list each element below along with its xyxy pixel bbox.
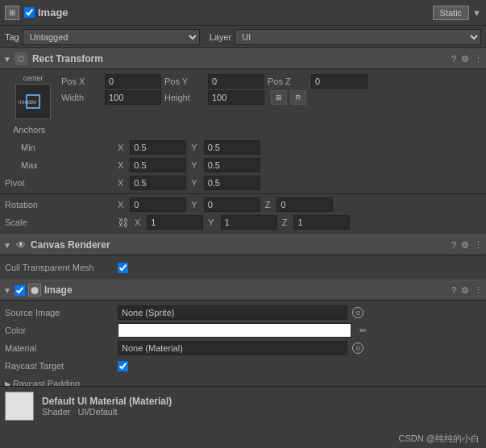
anchor-min-y-input[interactable] — [204, 140, 260, 155]
rotation-x-input[interactable] — [130, 197, 186, 212]
rotation-fields: X Y Z — [118, 197, 333, 212]
layer-dropdown[interactable]: UI — [235, 29, 481, 45]
anchor-max-x-input[interactable] — [130, 158, 186, 172]
source-image-target[interactable]: ⊙ — [352, 307, 363, 318]
watermark: CSDN @纯纯的小白 — [399, 433, 480, 445]
height-label: Height — [164, 93, 205, 102]
scale-row: Scale ⛓ X Y Z — [0, 214, 486, 231]
pivot-label: Pivot — [5, 178, 118, 188]
pos-y-input[interactable] — [208, 74, 264, 89]
material-info: Default UI Material (Material) Shader UI… — [42, 396, 481, 417]
tag-layer-row: Tag Untagged Layer UI — [0, 26, 486, 48]
rect-transform-more[interactable]: ⋮ — [474, 54, 483, 64]
anchor-min-x-label: X — [118, 143, 123, 152]
pivot-y-label: Y — [191, 178, 197, 188]
material-target[interactable]: ⊙ — [352, 342, 363, 354]
rotation-x-label: X — [118, 200, 123, 209]
pivot-x-label: X — [118, 178, 123, 188]
anchor-max-y-input[interactable] — [204, 158, 260, 172]
source-image-row: Source Image ⊙ — [0, 304, 486, 321]
pos-y-label: Pos Y — [164, 77, 205, 86]
color-swatch[interactable] — [118, 323, 351, 338]
raycast-target-row: Raycast Target — [0, 357, 486, 375]
scale-y-input[interactable] — [221, 215, 277, 230]
pos-x-input[interactable] — [105, 74, 161, 89]
scale-x-label: X — [135, 218, 140, 227]
image-title: Image — [44, 284, 451, 296]
anchor-min-x-input[interactable] — [130, 140, 186, 155]
height-input[interactable] — [208, 90, 264, 105]
static-button[interactable]: Static — [433, 6, 470, 20]
cull-checkbox[interactable] — [118, 263, 128, 273]
image-settings[interactable]: ⚙ — [461, 285, 469, 296]
material-shader-row: Shader UI/Default — [42, 407, 481, 417]
pos-z-input[interactable] — [311, 74, 368, 89]
color-edit-icon[interactable]: ✏ — [359, 326, 367, 336]
rotation-z-label: Z — [265, 200, 271, 209]
rotation-z-input[interactable] — [276, 197, 333, 212]
raycast-target-label: Raycast Target — [5, 361, 118, 371]
anchors-row: Anchors — [0, 121, 486, 139]
header-bar: ⊞ Image Static ▼ — [0, 0, 486, 26]
material-fields: ⊙ — [118, 341, 363, 355]
image-arrow: ▼ — [3, 286, 11, 295]
rect-transform-title: Rect Transform — [32, 53, 451, 64]
scale-label: Scale — [5, 218, 118, 227]
anchor-min-row: Min X Y — [0, 139, 486, 156]
canvas-renderer-body: Cull Transparent Mesh — [0, 255, 486, 280]
middle-label: middle — [18, 98, 37, 106]
width-input[interactable] — [105, 90, 161, 105]
color-row: Color ✏ — [0, 321, 486, 339]
anchor-visual-container: center middle — [5, 74, 61, 119]
material-input[interactable] — [118, 341, 347, 355]
cull-row: Cull Transparent Mesh — [0, 259, 486, 276]
rect-transform-icon: ⬡ — [15, 52, 27, 65]
anchor-center-label: center — [23, 74, 43, 82]
rotation-label: Rotation — [5, 200, 118, 209]
canvas-renderer-settings[interactable]: ⚙ — [461, 240, 469, 251]
rotation-y-input[interactable] — [204, 197, 260, 212]
canvas-renderer-more[interactable]: ⋮ — [474, 240, 483, 251]
raycast-target-checkbox[interactable] — [118, 361, 128, 371]
shader-label: Shader — [42, 407, 70, 417]
image-enabled-checkbox[interactable] — [15, 285, 25, 296]
rect-transform-help[interactable]: ? — [451, 54, 456, 64]
image-more[interactable]: ⋮ — [474, 285, 483, 296]
source-image-input[interactable] — [118, 305, 347, 320]
scale-z-input[interactable] — [293, 215, 350, 230]
pos-xyz-row: Pos X Pos Y Pos Z — [61, 74, 481, 89]
anchor-max-label: Max — [5, 160, 118, 170]
material-preview — [5, 392, 34, 421]
link-icon: ⛓ — [118, 217, 128, 229]
scale-x-input[interactable] — [147, 215, 203, 230]
rotation-row: Rotation X Y Z — [0, 196, 486, 214]
layer-label: Layer — [210, 32, 232, 42]
reset-size-btn[interactable]: ⊞ — [271, 90, 287, 105]
r-btn[interactable]: R — [290, 90, 306, 105]
pivot-fields: X Y — [118, 176, 260, 190]
image-section-header[interactable]: ▼ ⬤ Image ? ⚙ ⋮ — [0, 280, 486, 301]
canvas-renderer-title: Canvas Renderer — [31, 239, 451, 251]
rect-transform-settings[interactable]: ⚙ — [461, 54, 469, 64]
anchor-min-label: Min — [5, 143, 118, 152]
object-name: Image — [38, 6, 433, 19]
tag-dropdown[interactable]: Untagged — [23, 29, 200, 45]
pivot-row: Pivot X Y — [0, 174, 486, 192]
image-help[interactable]: ? — [451, 285, 456, 295]
tag-label: Tag — [5, 32, 19, 42]
canvas-renderer-section-header[interactable]: ▼ 👁 Canvas Renderer ? ⚙ ⋮ — [0, 234, 486, 255]
pivot-y-input[interactable] — [204, 176, 260, 190]
scale-y-label: Y — [208, 218, 214, 227]
rect-transform-section-header[interactable]: ▼ ⬡ Rect Transform ? ⚙ ⋮ — [0, 48, 486, 69]
anchors-label: Anchors — [5, 125, 118, 135]
anchor-min-y-label: Y — [191, 143, 197, 152]
material-name: Default UI Material (Material) — [42, 396, 481, 407]
anchor-min-fields: X Y — [118, 140, 260, 155]
material-label: Material — [5, 343, 118, 353]
pos-x-label: Pos X — [61, 77, 102, 86]
anchor-section-row: center middle Pos X Pos Y Pos Z Width He… — [0, 73, 486, 121]
active-checkbox[interactable] — [24, 7, 35, 18]
canvas-renderer-help[interactable]: ? — [451, 240, 456, 250]
pivot-x-input[interactable] — [130, 176, 186, 190]
source-image-fields: ⊙ — [118, 305, 363, 320]
